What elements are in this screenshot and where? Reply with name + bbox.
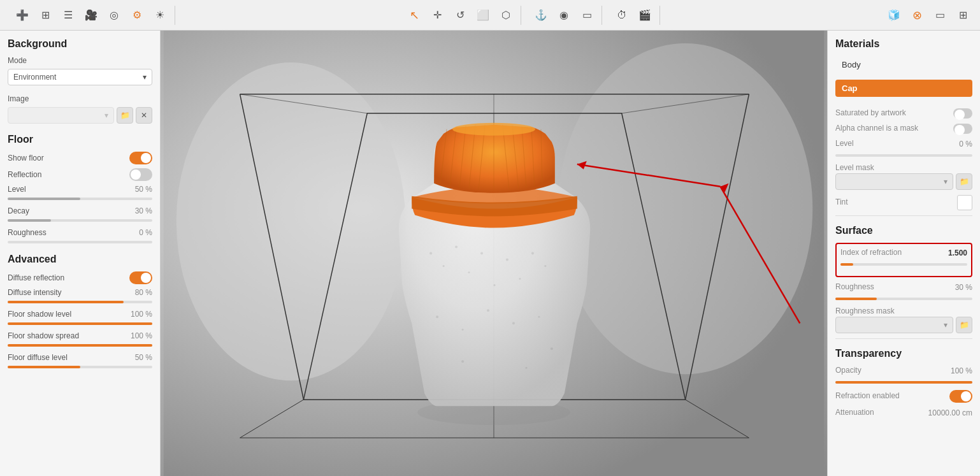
decay-slider[interactable] [8, 219, 152, 222]
image-folder-btn[interactable]: 📁 [117, 107, 133, 124]
roughness-mask-dropdown[interactable]: ▾ [835, 317, 953, 333]
select-button[interactable]: ↖ [405, 6, 424, 25]
svg-point-19 [480, 252, 483, 255]
menu-button[interactable]: ☰ [59, 6, 78, 25]
mode-dropdown[interactable]: Environment ▾ [8, 69, 152, 85]
svg-point-21 [506, 258, 508, 261]
saturated-toggle[interactable] [953, 108, 972, 119]
camera-button[interactable]: 🎥 [82, 6, 101, 25]
floor-diffuse-level-row: Floor diffuse level 50 % [8, 353, 152, 362]
tint-swatch[interactable] [957, 195, 972, 210]
diffuse-reflection-toggle[interactable] [129, 271, 152, 284]
background-section-title: Background [8, 38, 152, 50]
svg-point-18 [468, 271, 470, 273]
rect-button[interactable]: ▭ [577, 6, 596, 25]
cube-button[interactable]: 🧊 [884, 6, 904, 25]
roughness-floor-slider[interactable] [8, 241, 152, 243]
split-button[interactable]: ⊞ [953, 6, 972, 25]
ior-value: 1.500 [948, 249, 967, 257]
reflection-label: Reflection [8, 170, 129, 179]
svg-point-29 [538, 316, 540, 318]
floor-section-title: Floor [8, 134, 152, 145]
node-button[interactable]: ⬡ [496, 6, 515, 25]
settings-button[interactable]: ⚙ [127, 6, 147, 25]
floor-shadow-spread-slider[interactable] [8, 344, 152, 347]
roughness-mask-folder-btn[interactable]: 📁 [956, 317, 972, 333]
svg-point-28 [512, 322, 515, 324]
refraction-label: Refraction enabled [835, 391, 900, 400]
level-label: Level [8, 185, 133, 194]
opacity-slider[interactable] [835, 381, 972, 384]
floor-shadow-level-value: 100 % [131, 310, 152, 319]
right-panel: Materials Body Cap Saturated by artwork … [827, 31, 980, 476]
level-slider[interactable] [8, 198, 152, 200]
floor-diffuse-level-label: Floor diffuse level [8, 353, 133, 362]
reflection-toggle[interactable] [129, 168, 152, 181]
anchor-button[interactable]: ⚓ [531, 6, 551, 25]
cap-material-btn[interactable]: Cap [835, 80, 972, 97]
show-floor-toggle[interactable] [129, 152, 152, 164]
svg-point-30 [551, 347, 553, 350]
surface-divider [835, 215, 972, 216]
panel-button[interactable]: ▭ [930, 6, 949, 25]
svg-point-15 [429, 252, 432, 255]
attenuation-label: Attenuation [835, 408, 874, 417]
surface-title: Surface [835, 225, 972, 236]
roughness-mask-label: Roughness mask [835, 307, 972, 315]
grid-button[interactable]: ⊞ [36, 6, 55, 25]
svg-point-20 [494, 284, 496, 286]
level-row: Level 50 % [8, 185, 152, 194]
level-mask-folder-btn[interactable]: 📁 [956, 173, 972, 190]
move-button[interactable]: ✛ [428, 6, 447, 25]
roughness-right-slider[interactable] [835, 298, 972, 300]
diffuse-intensity-slider[interactable] [8, 301, 152, 303]
light-button[interactable]: ☀ [150, 6, 169, 25]
image-dropdown-arrow: ▾ [104, 111, 108, 120]
toolbar-right-group: 🧊 ⊗ ▭ ⊞ [884, 6, 972, 25]
body-row: Body [835, 56, 972, 76]
opacity-value: 100 % [951, 366, 972, 375]
scale-button[interactable]: ⬜ [473, 6, 493, 25]
diffuse-intensity-row: Diffuse intensity 80 % [8, 288, 152, 297]
floor-shadow-spread-value: 100 % [131, 331, 152, 340]
image-clear-btn[interactable]: ✕ [136, 107, 152, 124]
diffuse-intensity-value: 80 % [135, 288, 152, 297]
mode-dropdown-row: Environment ▾ [8, 69, 152, 89]
level-mask-label: Level mask [835, 163, 972, 172]
level-right-slider[interactable] [835, 154, 972, 157]
add-button[interactable]: ➕ [13, 6, 32, 25]
diffuse-intensity-label: Diffuse intensity [8, 288, 133, 297]
rotate-button[interactable]: ↺ [450, 6, 470, 25]
ior-row: Index of refraction 1.500 [840, 248, 967, 258]
floor-shadow-level-slider[interactable] [8, 322, 152, 325]
svg-point-17 [455, 246, 458, 249]
clock-button[interactable]: ⏱ [612, 6, 631, 25]
svg-point-44 [452, 123, 535, 136]
refraction-toggle[interactable] [949, 390, 972, 403]
svg-point-1 [177, 62, 405, 380]
film-button[interactable]: 🎬 [635, 6, 654, 25]
svg-point-23 [531, 252, 534, 255]
toolbar-center-group: ↖ ✛ ↺ ⬜ ⬡ [400, 6, 521, 25]
target2-button[interactable]: ⊗ [907, 6, 926, 25]
svg-point-26 [462, 329, 464, 331]
circle-button[interactable]: ◉ [554, 6, 573, 25]
alpha-channel-toggle[interactable] [953, 124, 972, 134]
svg-point-25 [436, 315, 438, 318]
materials-title: Materials [835, 38, 972, 50]
svg-point-22 [519, 278, 521, 280]
body-material-btn[interactable]: Body [835, 56, 972, 73]
ior-highlighted-box: Index of refraction 1.500 [835, 243, 972, 277]
floor-diffuse-level-slider[interactable] [8, 366, 152, 368]
diffuse-reflection-row: Diffuse reflection [8, 271, 152, 284]
opacity-row: Opacity 100 % [835, 366, 972, 376]
viewport[interactable] [161, 31, 827, 476]
decay-value: 30 % [135, 206, 152, 215]
decay-label: Decay [8, 206, 133, 215]
level-right-row: Level 0 % [835, 139, 972, 149]
level-mask-dropdown[interactable]: ▾ [835, 173, 953, 190]
target-button[interactable]: ◎ [104, 6, 124, 25]
image-dropdown[interactable]: ▾ [8, 107, 114, 124]
transparency-divider [835, 338, 972, 339]
ior-slider[interactable] [840, 263, 967, 266]
